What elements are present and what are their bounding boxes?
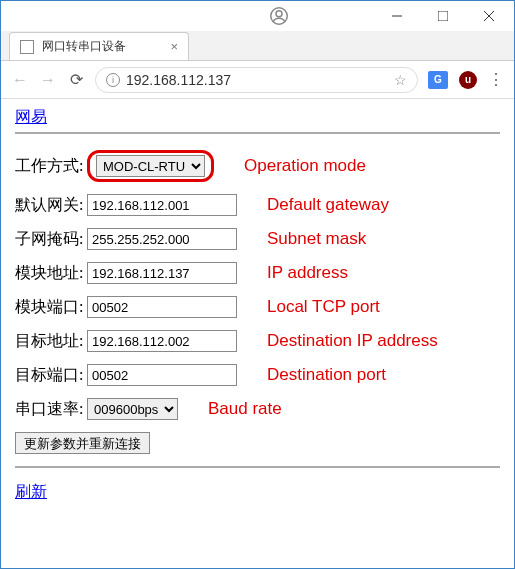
update-reconnect-button[interactable]: 更新参数并重新连接 (15, 432, 150, 454)
dport-annotation: Destination port (267, 365, 386, 385)
operation-mode-select[interactable]: MOD-CL-RTU (96, 155, 205, 177)
ip-address-input[interactable] (87, 262, 237, 284)
subnet-mask-input[interactable] (87, 228, 237, 250)
divider (15, 466, 500, 468)
address-bar[interactable]: i 192.168.112.137 ☆ (95, 67, 418, 93)
destination-port-input[interactable] (87, 364, 237, 386)
mode-highlight: MOD-CL-RTU (87, 150, 214, 182)
tab-title: 网口转串口设备 (42, 38, 162, 55)
window-titlebar (1, 1, 514, 31)
baud-label: 串口速率: (15, 399, 87, 420)
ip-label: 模块地址: (15, 263, 87, 284)
baud-rate-select[interactable]: 009600bps (87, 398, 178, 420)
maximize-button[interactable] (420, 1, 466, 31)
minimize-button[interactable] (374, 1, 420, 31)
divider (15, 132, 500, 134)
mask-annotation: Subnet mask (267, 229, 366, 249)
gateway-label: 默认网关: (15, 195, 87, 216)
reload-button[interactable]: ⟳ (67, 70, 85, 89)
lport-annotation: Local TCP port (267, 297, 380, 317)
page-content: 网易 工作方式: MOD-CL-RTU Operation mode 默认网关:… (1, 99, 514, 511)
dport-label: 目标端口: (15, 365, 87, 386)
refresh-link[interactable]: 刷新 (15, 483, 47, 500)
ip-annotation: IP address (267, 263, 348, 283)
bookmark-star-icon[interactable]: ☆ (394, 72, 407, 88)
browser-tab[interactable]: 网口转串口设备 × (9, 32, 189, 60)
translate-extension-icon[interactable]: G (428, 70, 448, 90)
tab-favicon (20, 40, 34, 54)
dip-label: 目标地址: (15, 331, 87, 352)
site-info-icon[interactable]: i (106, 73, 120, 87)
close-button[interactable] (466, 1, 512, 31)
mode-annotation: Operation mode (244, 156, 366, 176)
svg-rect-3 (438, 11, 448, 21)
lport-label: 模块端口: (15, 297, 87, 318)
browser-toolbar: ← → ⟳ i 192.168.112.137 ☆ G u ⋮ (1, 61, 514, 99)
back-button[interactable]: ← (11, 71, 29, 89)
gateway-annotation: Default gateway (267, 195, 389, 215)
local-port-input[interactable] (87, 296, 237, 318)
dip-annotation: Destination IP address (267, 331, 438, 351)
url-text: 192.168.112.137 (126, 72, 394, 88)
ublock-extension-icon[interactable]: u (458, 70, 478, 90)
forward-button[interactable]: → (39, 71, 57, 89)
browser-menu-button[interactable]: ⋮ (488, 70, 504, 89)
mode-label: 工作方式: (15, 156, 87, 177)
svg-point-1 (276, 11, 282, 17)
destination-ip-input[interactable] (87, 330, 237, 352)
mask-label: 子网掩码: (15, 229, 87, 250)
default-gateway-input[interactable] (87, 194, 237, 216)
browser-tabbar: 网口转串口设备 × (1, 31, 514, 61)
baud-annotation: Baud rate (208, 399, 282, 419)
user-profile-icon[interactable] (264, 1, 294, 31)
netease-link[interactable]: 网易 (15, 108, 47, 125)
tab-close-icon[interactable]: × (170, 39, 178, 54)
